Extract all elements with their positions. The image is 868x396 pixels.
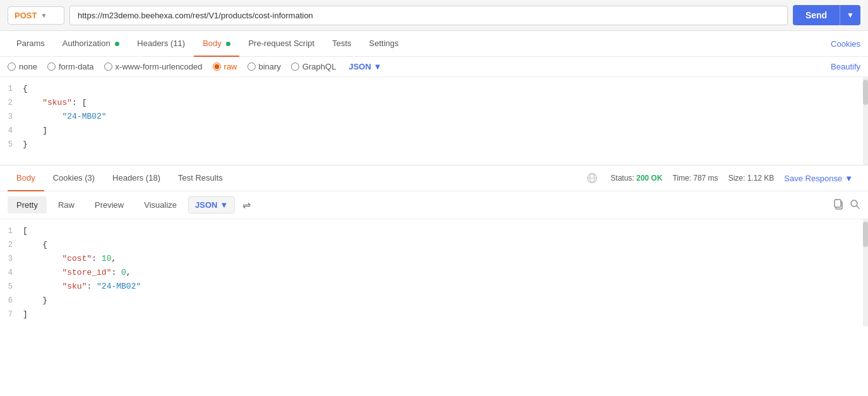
radio-binary-input[interactable] bbox=[247, 63, 256, 71]
response-code-editor: 1 [ 2 { 3 "cost": 10, 4 "store_id": 0, 5… bbox=[0, 219, 868, 327]
method-chevron-icon: ▼ bbox=[40, 12, 47, 19]
copy-icon[interactable] bbox=[833, 198, 844, 212]
resp-linenum-5: 5 bbox=[0, 280, 23, 294]
url-input[interactable] bbox=[69, 6, 788, 25]
request-scroll-track[interactable] bbox=[863, 77, 868, 165]
resp-line-2: 2 { bbox=[0, 238, 868, 252]
resp-code-7: ] bbox=[23, 308, 868, 321]
resp-linenum-6: 6 bbox=[0, 294, 23, 308]
radio-urlencoded[interactable]: x-www-form-urlencoded bbox=[104, 62, 203, 71]
svg-line-6 bbox=[857, 206, 859, 208]
send-btn-group: Send ▼ bbox=[793, 5, 860, 25]
tab-authorization[interactable]: Authorization bbox=[54, 31, 129, 57]
response-tabs-row: Body Cookies (3) Headers (18) Test Resul… bbox=[0, 165, 868, 191]
radio-raw-input[interactable] bbox=[213, 63, 221, 71]
radio-urlencoded-label: x-www-form-urlencoded bbox=[116, 62, 203, 71]
tab-tests[interactable]: Tests bbox=[323, 31, 360, 57]
wrap-icon[interactable]: ⇌ bbox=[242, 199, 251, 211]
req-linenum-3: 3 bbox=[0, 110, 23, 124]
size-value: 1.12 KB bbox=[747, 174, 775, 183]
response-tab-cookies[interactable]: Cookies (3) bbox=[44, 165, 104, 191]
top-bar: POST ▼ Send ▼ bbox=[0, 0, 868, 31]
tab-body[interactable]: Body bbox=[194, 31, 239, 57]
response-tab-body[interactable]: Body bbox=[8, 165, 44, 191]
response-json-dropdown[interactable]: JSON ▼ bbox=[188, 196, 235, 213]
radio-raw[interactable]: raw bbox=[213, 62, 237, 71]
visualize-button[interactable]: Visualize bbox=[135, 196, 186, 213]
req-line-2: 2 "skus": [ bbox=[0, 96, 868, 110]
req-code-1: { bbox=[23, 82, 868, 96]
radio-raw-label: raw bbox=[224, 62, 237, 71]
method-label: POST bbox=[15, 11, 37, 20]
cookies-link[interactable]: Cookies bbox=[831, 32, 860, 56]
beautify-button[interactable]: Beautify bbox=[831, 62, 860, 71]
resp-code-3: "cost": 10, bbox=[23, 252, 868, 266]
send-dropdown-button[interactable]: ▼ bbox=[840, 5, 860, 25]
response-tab-test-results[interactable]: Test Results bbox=[169, 165, 232, 191]
resp-code-2: { bbox=[23, 238, 868, 252]
req-code-2: "skus": [ bbox=[23, 96, 868, 110]
tab-params[interactable]: Params bbox=[8, 31, 54, 57]
radio-binary[interactable]: binary bbox=[247, 62, 281, 71]
response-json-label: JSON bbox=[195, 200, 217, 210]
radio-form-data[interactable]: form-data bbox=[47, 62, 94, 71]
req-code-4: ] bbox=[23, 124, 868, 138]
radio-form-data-input[interactable] bbox=[47, 63, 56, 71]
save-response-button[interactable]: Save Response ▼ bbox=[784, 174, 853, 183]
tab-pre-request[interactable]: Pre-request Script bbox=[239, 31, 323, 57]
resp-code-6: } bbox=[23, 294, 868, 308]
req-line-5: 5 } bbox=[0, 138, 868, 152]
req-linenum-2: 2 bbox=[0, 96, 23, 110]
radio-graphql-input[interactable] bbox=[291, 63, 299, 71]
req-line-3: 3 "24-MB02" bbox=[0, 110, 868, 124]
body-type-row: none form-data x-www-form-urlencoded raw… bbox=[0, 57, 868, 77]
response-scroll-thumb[interactable] bbox=[863, 222, 868, 247]
request-code-editor[interactable]: 1 { 2 "skus": [ 3 "24-MB02" 4 ] 5 } bbox=[0, 77, 868, 165]
status-value: 200 OK bbox=[636, 174, 662, 183]
req-linenum-4: 4 bbox=[0, 124, 23, 138]
json-format-label: JSON bbox=[348, 62, 371, 71]
resp-line-5: 5 "sku": "24-MB02" bbox=[0, 280, 868, 294]
response-format-row: Pretty Raw Preview Visualize JSON ▼ ⇌ bbox=[0, 191, 868, 219]
resp-code-1: [ bbox=[23, 224, 868, 238]
req-code-3: "24-MB02" bbox=[23, 110, 868, 124]
authorization-dot bbox=[115, 42, 119, 46]
body-dot bbox=[226, 42, 230, 46]
radio-graphql[interactable]: GraphQL bbox=[291, 62, 336, 71]
status-label: Status: 200 OK bbox=[610, 174, 662, 183]
request-scroll-thumb[interactable] bbox=[863, 80, 868, 105]
req-code-5: } bbox=[23, 138, 868, 152]
save-response-label: Save Response bbox=[784, 174, 842, 183]
json-format-dropdown[interactable]: JSON ▼ bbox=[348, 62, 381, 71]
req-linenum-5: 5 bbox=[0, 138, 23, 152]
method-select[interactable]: POST ▼ bbox=[8, 6, 64, 25]
raw-button[interactable]: Raw bbox=[49, 196, 83, 213]
request-tabs-row: Params Authorization Headers (11) Body P… bbox=[0, 31, 868, 57]
radio-binary-label: binary bbox=[259, 62, 281, 71]
search-icon[interactable] bbox=[849, 198, 860, 212]
pretty-button[interactable]: Pretty bbox=[8, 196, 47, 213]
response-tab-headers[interactable]: Headers (18) bbox=[104, 165, 169, 191]
save-response-chevron-icon: ▼ bbox=[845, 174, 853, 183]
time-label: Time: 787 ms bbox=[672, 174, 718, 183]
json-chevron-icon: ▼ bbox=[374, 62, 382, 71]
globe-icon bbox=[586, 172, 598, 184]
response-scroll-track[interactable] bbox=[863, 219, 868, 327]
radio-none-label: none bbox=[19, 62, 37, 71]
resp-linenum-2: 2 bbox=[0, 238, 23, 252]
tab-headers[interactable]: Headers (11) bbox=[128, 31, 194, 57]
radio-none[interactable]: none bbox=[8, 62, 37, 71]
radio-urlencoded-input[interactable] bbox=[104, 63, 112, 71]
preview-button[interactable]: Preview bbox=[86, 196, 133, 213]
resp-linenum-4: 4 bbox=[0, 266, 23, 280]
svg-rect-4 bbox=[835, 200, 841, 207]
send-button[interactable]: Send bbox=[793, 5, 840, 25]
radio-none-input[interactable] bbox=[8, 63, 16, 71]
svg-point-5 bbox=[851, 200, 857, 207]
tab-settings[interactable]: Settings bbox=[360, 31, 408, 57]
req-line-1: 1 { bbox=[0, 82, 868, 96]
response-meta: Status: 200 OK Time: 787 ms Size: 1.12 K… bbox=[579, 172, 860, 184]
radio-form-data-label: form-data bbox=[59, 62, 94, 71]
resp-line-3: 3 "cost": 10, bbox=[0, 252, 868, 266]
resp-linenum-7: 7 bbox=[0, 308, 23, 321]
